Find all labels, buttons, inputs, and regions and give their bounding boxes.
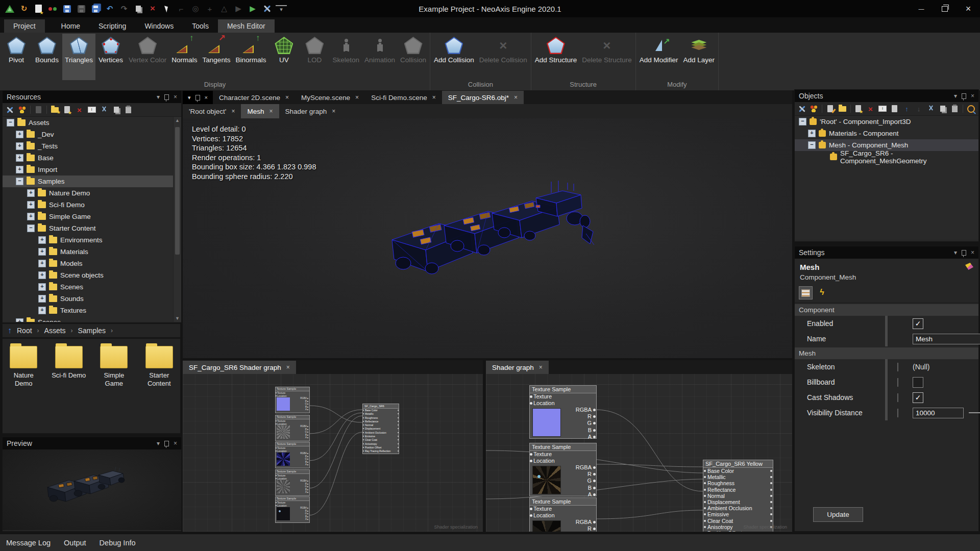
texture-sample-node[interactable]: Texture Sample Texture Location RGBARGBA — [275, 387, 310, 413]
node-port[interactable]: Clear Coat — [363, 438, 399, 442]
search-icon[interactable] — [967, 105, 975, 113]
texture-sample-node[interactable]: Texture Sample Texture Location RGBARGBA — [275, 415, 310, 441]
tile-starter-content[interactable]: Starter Content — [141, 346, 178, 388]
expand-icon[interactable]: + — [16, 131, 23, 138]
tab-tools[interactable]: Tools — [183, 19, 218, 33]
dock-menu-icon[interactable]: ▾ — [188, 94, 191, 101]
ribbon-button-uv[interactable]: UV — [268, 34, 299, 80]
tab-project[interactable]: Project — [4, 19, 45, 33]
copy-icon[interactable] — [112, 106, 120, 114]
scroll-down-icon[interactable]: ▼ — [175, 315, 180, 322]
ribbon-button-tangents[interactable]: ↗ Tangents — [200, 34, 233, 80]
tree-item-assets[interactable]: −Assets — [3, 117, 181, 129]
collapse-icon[interactable]: − — [799, 118, 806, 126]
status-tab-message-log[interactable]: Message Log — [6, 539, 51, 547]
copy-icon[interactable] — [939, 105, 947, 113]
preview-viewport[interactable] — [3, 449, 181, 530]
graph-tab-shader-graph[interactable]: Shader graph× — [486, 361, 549, 374]
tree-item-textures[interactable]: +Textures — [3, 305, 181, 316]
tab-windows[interactable]: Windows — [135, 19, 183, 33]
tab-close-icon[interactable]: × — [355, 94, 359, 101]
tab-close-icon[interactable]: × — [269, 108, 273, 115]
texture-sample-node[interactable]: Texture Sample Texture Location RGBARGBA — [529, 497, 597, 532]
object-item-sf-cargo-sr6[interactable]: SF_Cargo_SR6 - Component_MeshGeometry — [795, 151, 978, 163]
node-port[interactable]: Clear Coat — [703, 518, 773, 524]
texture-sample-node[interactable]: Texture Sample Texture Location RGBARGBA — [275, 469, 310, 496]
collapse-icon[interactable]: − — [7, 119, 14, 127]
expand-icon[interactable]: + — [27, 201, 35, 209]
node-port[interactable]: Base Color — [363, 409, 399, 412]
cast-shadows-checkbox[interactable]: ✓ — [913, 392, 923, 403]
texture-sample-node[interactable]: Texture Sample Texture Location RGBARGBA — [529, 443, 597, 496]
tree-item-models[interactable]: +Models — [3, 258, 181, 269]
sub-tab-shader-graph[interactable]: Shader graph× — [279, 104, 342, 118]
nav-up-icon[interactable]: ↑ — [8, 326, 12, 335]
dock-close-icon[interactable]: × — [205, 94, 208, 101]
tab-scripting[interactable]: Scripting — [89, 19, 135, 33]
tree-item-environments[interactable]: +Environments — [3, 234, 181, 246]
breadcrumb-samples[interactable]: Samples — [78, 327, 106, 335]
breadcrumb-assets[interactable]: Assets — [44, 327, 66, 335]
reference-box[interactable] — [897, 363, 898, 371]
graph-canvas-left[interactable]: Texture Sample Texture Location RGBARGBA… — [183, 374, 483, 532]
texture-sample-node[interactable]: Texture Sample Texture Location RGBARGBA — [275, 442, 310, 468]
scrollbar-thumb[interactable] — [175, 127, 180, 255]
ribbon-button-add-collision[interactable]: Add Collision — [431, 34, 477, 80]
sub-tab-root-object[interactable]: 'Root object'× — [183, 104, 241, 118]
play-icon[interactable]: ▶ — [247, 3, 258, 14]
cut-icon[interactable] — [100, 106, 108, 114]
pin-icon[interactable] — [164, 94, 169, 100]
new-file-icon[interactable] — [33, 3, 44, 14]
expand-icon[interactable]: + — [38, 236, 46, 244]
doc-tab-sf-cargo[interactable]: SF_Cargo-SR6.obj*× — [442, 91, 524, 104]
expand-icon[interactable]: + — [27, 213, 35, 220]
output-port[interactable]: G — [573, 478, 596, 484]
options-icon[interactable] — [18, 106, 27, 114]
material-node-sf-cargo-sr6-yellow[interactable]: SF_Cargo_SR6 Yellow Base ColorMetallicRo… — [703, 460, 773, 532]
ribbon-button-binormals[interactable]: ↑ Binormals — [233, 34, 268, 80]
graph-canvas-right[interactable]: Texture Sample Texture Location RGBARGBA… — [486, 374, 792, 532]
name-field[interactable]: Mesh — [913, 334, 980, 344]
properties-view-button[interactable] — [799, 286, 813, 299]
node-port[interactable]: Ambient Occlusion — [703, 505, 773, 511]
input-port[interactable]: Location — [530, 512, 596, 519]
doc-tab-myscene[interactable]: MyScene.scene× — [295, 91, 365, 104]
collapse-icon[interactable]: − — [808, 141, 816, 149]
output-port[interactable]: RGBA — [573, 464, 596, 471]
node-port[interactable]: Roughness — [703, 480, 773, 486]
output-port[interactable]: A — [300, 436, 308, 439]
delete-icon[interactable]: × — [866, 105, 875, 113]
output-port[interactable]: RGBA — [573, 519, 596, 525]
ribbon-button-triangles[interactable]: Triangles — [62, 34, 95, 80]
expand-icon[interactable]: + — [16, 142, 23, 150]
options-icon[interactable] — [810, 105, 819, 113]
node-port[interactable]: Position Offset — [703, 530, 773, 532]
breadcrumb-root[interactable]: Root — [17, 327, 32, 335]
tree-item-materials[interactable]: +Materials — [3, 246, 181, 258]
tab-close-icon[interactable]: × — [286, 364, 290, 371]
rename-icon[interactable]: I — [87, 106, 96, 114]
ribbon-button-vertices[interactable]: Vertices — [95, 34, 126, 80]
move-up-icon[interactable]: ↑ — [902, 105, 911, 113]
node-port[interactable]: Reflectance — [363, 420, 399, 423]
paste-icon[interactable] — [951, 105, 960, 113]
tab-close-icon[interactable]: × — [332, 108, 335, 115]
expand-icon[interactable]: + — [38, 283, 46, 291]
output-port[interactable]: A — [300, 491, 308, 494]
tile-nature-demo[interactable]: Nature Demo — [6, 346, 42, 388]
reference-box[interactable] — [897, 409, 898, 417]
output-port[interactable]: A — [300, 463, 308, 466]
tile-scifi-demo[interactable]: Sci-fi Demo — [51, 346, 87, 380]
collapse-icon[interactable]: − — [27, 224, 35, 232]
node-port[interactable]: Displacement — [363, 427, 399, 431]
panel-menu-icon[interactable]: ▾ — [157, 93, 160, 101]
panel-menu-icon[interactable]: ▾ — [954, 249, 957, 256]
tools-icon[interactable] — [261, 3, 273, 14]
output-port[interactable]: R — [573, 525, 596, 532]
duplicate-icon[interactable] — [133, 3, 144, 14]
new-folder-icon[interactable] — [51, 106, 59, 114]
node-port[interactable]: Metallic — [703, 474, 773, 480]
pin-icon[interactable] — [962, 93, 966, 99]
clone-icon[interactable] — [890, 105, 899, 113]
mesh-viewport[interactable]: Level of detail: 0Vertices: 17852Triangl… — [183, 118, 792, 358]
